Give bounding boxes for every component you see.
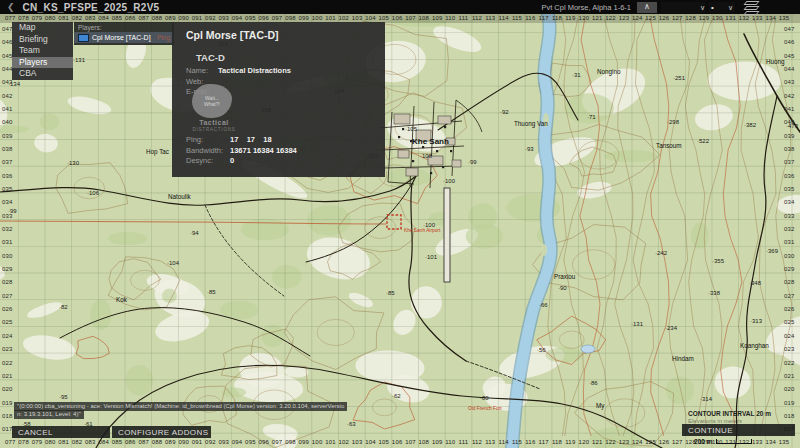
channel-select[interactable]: ∨ [661,2,705,13]
svg-text:·522: ·522 [697,138,710,144]
svg-text:·108: ·108 [420,153,433,159]
svg-text:·82: ·82 [59,304,68,310]
contour-interval-label: CONTOUR INTERVAL 20 m [688,410,771,417]
svg-text:·80: ·80 [480,395,489,401]
field-label: Name: [186,66,216,75]
cancel-button[interactable]: CANCEL [12,426,110,438]
chevron-down-icon: ∨ [700,2,705,13]
svg-text:Hop Tac: Hop Tac [146,148,169,156]
svg-text:·251: ·251 [673,75,686,81]
logo-text: Wait... [205,95,219,101]
svg-text:·86: ·86 [589,380,598,386]
player-row[interactable]: Cpl Morse [TAC-D] Ping [74,32,174,43]
svg-text:·93: ·93 [525,146,534,152]
scale-value: 200 m [694,438,712,445]
svg-text:Thuong Van: Thuong Van [514,120,548,128]
svg-text:Khe Sanh Airport: Khe Sanh Airport [404,228,441,233]
svg-text:·234: ·234 [665,325,678,331]
svg-text:Nongino: Nongino [597,68,621,76]
unit-side-icon [78,34,89,42]
logo-caption: DISTRACTIONS [182,127,246,132]
svg-text:·63: ·63 [347,421,356,427]
svg-text:·90: ·90 [558,285,567,291]
bandwidth-stat: Bandwidth:13671 16384 16384 [186,146,297,155]
svg-text:·131: ·131 [631,321,644,327]
menu-item-players[interactable]: Players [12,57,73,69]
chevron-down-icon: ∨ [728,2,733,13]
logo-caption: Tactical [182,119,246,126]
svg-text:·134: ·134 [8,81,21,87]
players-header: Players: [74,22,174,32]
svg-text:·355: ·355 [712,258,725,264]
stat-label: Bandwidth: [186,146,230,155]
info-panel-title: Cpl Morse [TAC-D] [172,22,385,41]
game-map-screen: ·112·154·154·104·168·149·103·131·134·99·… [0,0,800,448]
logo-text: What?! [204,101,220,107]
squad-tag: TAC-D [196,52,385,63]
menu-item-cba[interactable]: CBA [12,68,73,80]
svg-text:·131: ·131 [73,57,86,63]
map-screen-menu: Map Briefing Team Players CBA [12,22,73,80]
svg-text:·338: ·338 [708,290,721,296]
squad-name-row: Name: Tactical Distractions [186,66,385,75]
svg-text:·348: ·348 [749,280,762,286]
svg-text:·369: ·369 [766,248,779,254]
svg-text:·94: ·94 [190,230,199,236]
menu-item-map[interactable]: Map [12,22,73,34]
map-scale: 200 m [694,438,752,445]
svg-text:·92: ·92 [500,109,509,115]
svg-text:·298: ·298 [667,119,680,125]
player-info-panel: Cpl Morse [TAC-D] TAC-D Name: Tactical D… [172,22,385,177]
marker-select[interactable]: • ∨ [709,2,735,13]
stat-value: 13671 16384 16384 [230,146,297,155]
scale-ruler [716,439,752,444]
continue-button[interactable]: CONTINUE [682,424,795,436]
dot-icon: • [711,2,714,13]
svg-text:·95: ·95 [59,394,68,400]
configure-addons-button[interactable]: CONFIGURE ADDONS [112,426,211,438]
svg-text:·242: ·242 [655,250,668,256]
svg-text:·66: ·66 [539,302,548,308]
svg-text:·85: ·85 [207,289,216,295]
stat-value: 17 17 18 [230,135,272,144]
svg-text:Kok: Kok [116,296,128,303]
map-canvas[interactable]: ·112·154·154·104·168·149·103·131·134·99·… [0,0,800,448]
ping-stat: Ping:17 17 18 [186,135,297,144]
svg-text:·130: ·130 [67,160,80,166]
svg-text:Khe Sanh: Khe Sanh [412,137,449,146]
svg-text:Praxiou: Praxiou [554,273,576,280]
svg-text:Hindam: Hindam [672,355,694,362]
chat-log-line: n: 3.19.3.101, Level: 4)" [14,410,84,419]
layers-icon[interactable] [745,0,758,15]
svg-text:·62: ·62 [392,393,401,399]
svg-text:Natoulik: Natoulik [168,193,192,200]
player-name: Cpl Morse [TAC-D] [92,34,151,41]
stat-label: Ping: [186,135,230,144]
svg-text:·314: ·314 [700,396,713,402]
svg-text:·104: ·104 [167,260,180,266]
players-panel: Players: Cpl Morse [TAC-D] Ping [74,22,174,45]
svg-text:·382: ·382 [744,122,757,128]
svg-text:·313: ·313 [750,318,763,324]
collapse-button[interactable]: ∧ [637,2,657,13]
svg-text:·31: ·31 [572,72,581,78]
menu-item-briefing[interactable]: Briefing [12,34,73,46]
svg-text:·105: ·105 [405,126,418,132]
svg-text:·473: ·473 [786,123,799,129]
svg-text:Tansoum: Tansoum [656,142,682,149]
svg-text:·100: ·100 [443,178,456,184]
ping-column-label: Ping [157,34,170,41]
svg-text:·99: ·99 [468,159,477,165]
title-bar: ❮ CN_KS_PFSPE_2025_R2V5 Pvt Cpl Morse, A… [0,0,800,14]
field-value: Tactical Distractions [218,66,291,75]
stat-value: 0 [230,156,234,165]
desync-stat: Desync:0 [186,156,297,165]
svg-text:·85: ·85 [386,290,395,296]
svg-text:·106: ·106 [87,190,100,196]
menu-item-team[interactable]: Team [12,45,73,57]
svg-text:My: My [596,402,605,410]
svg-text:·71: ·71 [587,114,596,120]
squad-logo: Wait... What?! Tactical DISTRACTIONS [188,84,240,136]
back-icon[interactable]: ❮ [7,2,15,12]
svg-text:Koanghan: Koanghan [740,342,769,350]
